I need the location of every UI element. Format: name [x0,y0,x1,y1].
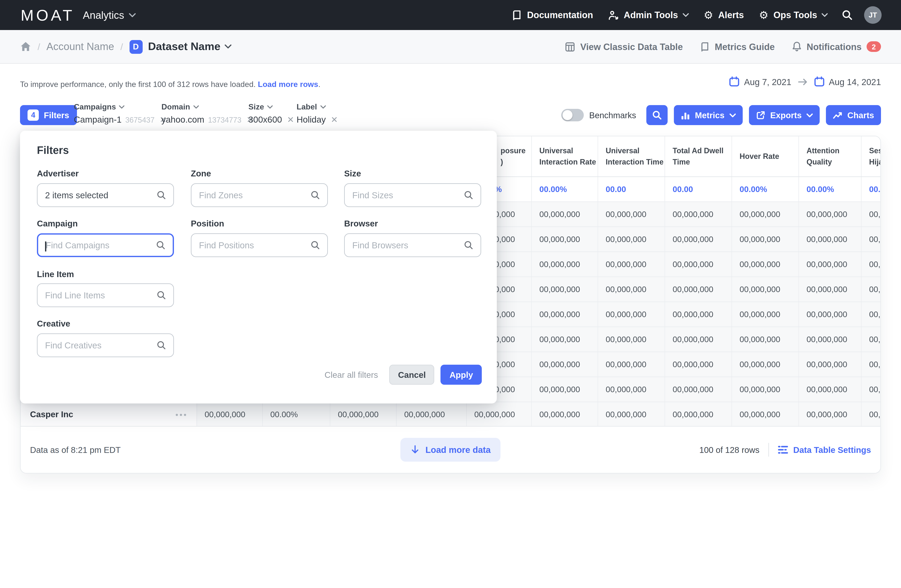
creative-input[interactable] [37,334,173,356]
table-cell: 00.00% [262,402,330,426]
text-cursor [45,241,46,252]
row-label: Casper Inc [30,410,73,419]
position-input[interactable] [192,234,327,257]
campaign-input[interactable] [38,235,173,256]
table-cell: 00.00% [531,177,597,201]
nav-item-documentation[interactable]: Documentation [512,10,593,20]
table-cell: 00,000,000 [597,227,664,252]
column-header[interactable]: Attention Quality [798,136,861,176]
table-cell: 00.00% [798,177,861,201]
nav-item-alerts[interactable]: ⚙ Alerts [704,10,744,20]
field-label-browser: Browser [344,219,378,228]
nav-item-label: Alerts [718,10,744,20]
chip-dropdown[interactable]: Domain [161,103,254,111]
table-cell: 00,000,000 [531,202,597,226]
button-label: Charts [847,110,874,120]
benchmarks-label: Benchmarks [589,110,636,120]
filters-count-badge: 4 [28,109,39,121]
filters-modal: Filters Advertiser Zone Size Campaign Po… [20,131,497,403]
table-cell: 00,000,000 [664,352,731,376]
zone-input[interactable] [192,184,327,207]
chevron-down-icon [822,13,828,17]
table-cell: 00,000,000 [731,377,798,401]
cancel-button[interactable]: Cancel [390,365,435,385]
row-menu-icon[interactable]: ••• [175,410,188,418]
remove-chip-icon[interactable]: ✕ [287,115,294,124]
charts-button[interactable]: Charts [826,105,881,125]
column-header[interactable]: Sess Hijack [861,136,881,176]
column-header[interactable]: Hover Rate [731,136,798,176]
chip-dropdown[interactable]: Size [248,103,294,111]
table-cell: 00,000,000 [861,327,881,352]
benchmarks-toggle[interactable] [561,109,583,121]
admin-person-icon [608,10,619,20]
view-classic-data-table-link[interactable]: View Classic Data Table [565,42,683,52]
chip-label: Label [296,103,317,111]
table-cell: 00,000,000 [664,377,731,401]
table-cell: 00,000,000 [196,402,262,426]
chevron-down-icon[interactable] [225,44,232,49]
chip-value: Holiday [296,115,326,124]
chip-label: Size [248,103,264,111]
exports-button[interactable]: Exports [749,105,820,125]
date-end[interactable]: Aug 14, 2021 [829,77,881,87]
filters-button[interactable]: 4 Filters [20,105,77,125]
table-cell: 00,000,000 [664,227,731,252]
chevron-down-icon [119,105,125,109]
field-label-zone: Zone [191,169,211,178]
table-cell: 00,000,000 [798,402,861,426]
table-cell: 00,000,000 [664,402,731,426]
column-header[interactable]: Total Ad Dwell Time [664,136,731,176]
clear-all-filters-link[interactable]: Clear all filters [324,370,378,380]
table-cell: 00,000,000 [531,327,597,352]
chevron-down-icon [683,13,689,17]
date-range: Aug 7, 2021 Aug 14, 2021 [729,76,881,87]
load-more-rows-link[interactable]: Load more rows [258,80,318,89]
filter-chip-label: Label Holiday ✕ [296,103,338,124]
line-chart-icon [833,110,842,120]
chip-dropdown[interactable]: Label [296,103,338,111]
filter-chip-size: Size 300x600 ✕ [248,103,294,124]
metrics-button[interactable]: Metrics [673,105,743,125]
chip-dropdown[interactable]: Campaigns [74,103,167,111]
calendar-icon[interactable] [814,76,825,87]
table-search-button[interactable] [646,105,667,125]
table-toolbar: Benchmarks Metrics Exports Charts [561,105,881,125]
breadcrumb-account[interactable]: Account Name [47,40,114,53]
apply-button[interactable]: Apply [441,365,482,385]
browser-input[interactable] [345,234,480,257]
brand[interactable]: MOAT Analytics [21,7,136,23]
column-header[interactable]: Universal Interaction Rate [531,136,597,176]
campaign-field [37,233,174,257]
notifications-link[interactable]: Notifications 2 [792,41,881,52]
size-field [344,183,481,207]
remove-chip-icon[interactable]: ✕ [331,115,338,124]
nav-item-label: Ops Tools [773,10,817,20]
calendar-icon[interactable] [729,76,740,87]
line-item-input[interactable] [37,284,173,306]
size-input[interactable] [345,184,480,207]
moat-logo: MOAT [21,7,75,23]
dataset-badge: D [129,40,142,54]
metrics-guide-link[interactable]: Metrics Guide [700,42,775,52]
modal-footer: Clear all filters Cancel Apply [324,365,482,385]
button-label: Load more data [426,445,491,455]
search-icon[interactable] [842,9,853,21]
column-header[interactable]: Universal Interaction Time [597,136,664,176]
top-navbar: MOAT Analytics Documentation Admin Tools [0,0,901,30]
table-cell: 00,000,000 [597,202,664,226]
breadcrumb-dataset[interactable]: Dataset Name [148,40,220,53]
nav-item-admin-tools[interactable]: Admin Tools [608,10,689,20]
header-links: View Classic Data Table Metrics Guide No… [548,41,881,52]
avatar[interactable]: JT [864,6,882,24]
arrow-right-icon [798,77,807,86]
home-icon[interactable] [20,41,31,52]
field-label-advertiser: Advertiser [37,169,79,178]
data-table-settings-link[interactable]: Data Table Settings [778,445,871,455]
info-suffix: . [318,80,320,89]
date-start[interactable]: Aug 7, 2021 [744,77,792,87]
navbar-menu: Documentation Admin Tools ⚙ Alerts ⚙ Ops… [497,6,882,24]
advertiser-input[interactable] [37,184,173,207]
load-more-data-button[interactable]: Load more data [401,438,501,462]
nav-item-ops-tools[interactable]: ⚙ Ops Tools [759,10,828,20]
